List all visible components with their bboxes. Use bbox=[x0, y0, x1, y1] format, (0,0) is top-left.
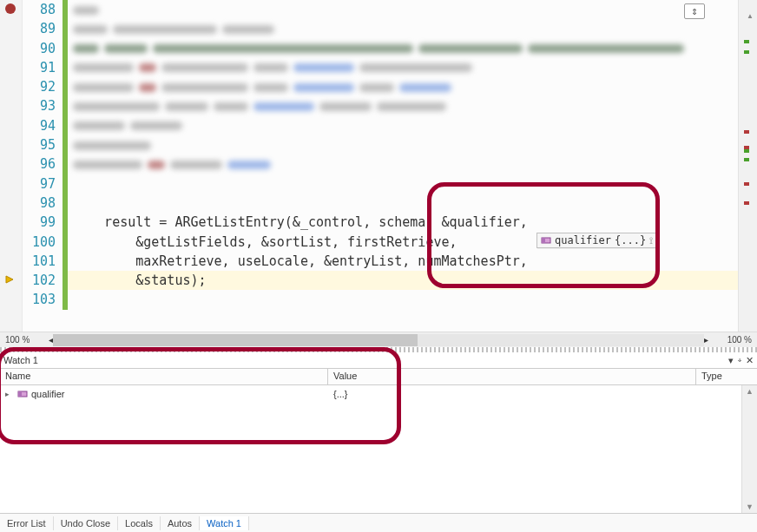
code-surface[interactable]: result = ARGetListEntry(&_control, schem… bbox=[68, 0, 738, 332]
overview-ruler[interactable]: ▲ bbox=[738, 0, 757, 332]
editor-horizontal-scrollbar[interactable]: 100 % ◂ ▸ 100 % bbox=[0, 332, 757, 347]
hscroll-thumb[interactable] bbox=[53, 334, 418, 346]
bottom-tabstrip: Error List Undo Close Locals Autos Watch… bbox=[0, 513, 757, 532]
watch-body[interactable]: ▸ qualifier {...} ▲ ▼ bbox=[0, 385, 757, 513]
line-number: 98 bbox=[23, 194, 56, 213]
watch-var-value: {...} bbox=[328, 387, 696, 401]
watch-panel: Watch 1 ▾ ￬ ✕ Name Value Type ▸ qualifie… bbox=[0, 352, 757, 513]
line-number-gutter[interactable]: 88 89 90 91 92 93 94 95 96 97 98 99 100 … bbox=[23, 0, 63, 332]
line-number: 101 bbox=[23, 252, 56, 271]
tab-autos[interactable]: Autos bbox=[161, 516, 200, 530]
autohide-pin-icon[interactable]: ￬ bbox=[737, 355, 742, 366]
expander-icon[interactable]: ▸ bbox=[5, 390, 14, 398]
scroll-down-arrow-icon[interactable]: ▼ bbox=[746, 502, 754, 511]
tab-error-list[interactable]: Error List bbox=[0, 516, 54, 530]
line-number: 95 bbox=[23, 135, 56, 154]
tab-watch-1[interactable]: Watch 1 bbox=[200, 516, 249, 530]
line-number: 92 bbox=[23, 77, 56, 96]
breakpoint-glyph[interactable] bbox=[5, 3, 16, 14]
line-number: 103 bbox=[23, 290, 56, 309]
watch-panel-title: Watch 1 bbox=[3, 355, 38, 365]
code-line-99[interactable]: result = ARGetListEntry(&_control, schem… bbox=[68, 213, 738, 232]
struct-icon bbox=[541, 235, 551, 246]
zoom-level-left[interactable]: 100 % bbox=[0, 335, 49, 345]
svg-rect-1 bbox=[542, 238, 545, 243]
watch-vertical-scrollbar[interactable]: ▲ ▼ bbox=[741, 385, 757, 513]
watch-col-type[interactable]: Type bbox=[696, 369, 757, 384]
datatip-qualifier[interactable]: qualifier {...} ⟟ bbox=[536, 233, 659, 248]
struct-icon bbox=[17, 389, 28, 399]
scroll-up-arrow-icon[interactable]: ▲ bbox=[746, 387, 754, 396]
line-number: 88 bbox=[23, 0, 56, 19]
window-position-icon[interactable]: ▾ bbox=[728, 355, 734, 366]
watch-row[interactable]: ▸ qualifier {...} bbox=[0, 385, 757, 403]
watch-var-name: qualifier bbox=[31, 389, 65, 399]
scroll-up-arrow-icon[interactable]: ▲ bbox=[747, 12, 754, 20]
code-line-103[interactable] bbox=[68, 290, 738, 309]
line-number: 97 bbox=[23, 174, 56, 194]
svg-rect-3 bbox=[18, 391, 22, 397]
line-number: 96 bbox=[23, 154, 56, 174]
close-panel-icon[interactable]: ✕ bbox=[746, 355, 754, 366]
line-number: 90 bbox=[23, 39, 56, 58]
split-window-icon[interactable]: ⇕ bbox=[684, 3, 705, 19]
code-editor[interactable]: 88 89 90 91 92 93 94 95 96 97 98 99 100 … bbox=[0, 0, 757, 332]
datatip-name: qualifier bbox=[555, 234, 611, 246]
line-number: 89 bbox=[23, 19, 56, 38]
datatip-value: {...} bbox=[615, 234, 646, 246]
line-number: 94 bbox=[23, 116, 56, 135]
code-line-101[interactable]: maxRetrieve, useLocale, &entryList, numM… bbox=[68, 252, 738, 271]
zoom-level-right[interactable]: 100 % bbox=[708, 335, 757, 345]
tab-locals[interactable]: Locals bbox=[118, 516, 161, 530]
line-number: 100 bbox=[23, 233, 56, 252]
line-number: 102 bbox=[23, 271, 56, 290]
glyph-margin[interactable] bbox=[0, 0, 23, 332]
hscroll-track[interactable] bbox=[53, 334, 704, 346]
current-statement-arrow-icon bbox=[5, 274, 16, 285]
line-number: 91 bbox=[23, 58, 56, 77]
watch-panel-titlebar[interactable]: Watch 1 ▾ ￬ ✕ bbox=[0, 352, 757, 368]
tab-undo-close[interactable]: Undo Close bbox=[54, 516, 118, 530]
line-number: 99 bbox=[23, 213, 56, 232]
line-number: 93 bbox=[23, 96, 56, 115]
code-line-102[interactable]: &status); bbox=[68, 271, 738, 290]
pin-icon[interactable]: ⟟ bbox=[649, 235, 653, 246]
watch-col-name[interactable]: Name bbox=[0, 369, 328, 384]
watch-header-row: Name Value Type bbox=[0, 368, 757, 385]
watch-col-value[interactable]: Value bbox=[328, 369, 696, 384]
